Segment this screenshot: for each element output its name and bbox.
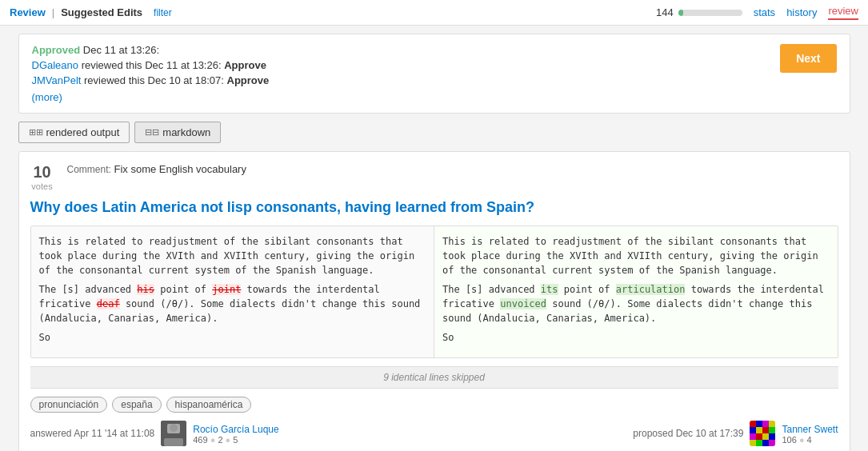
approval-status-line: Approved Dec 11 at 13:26: [32, 44, 270, 56]
author-bronze: 5 [233, 435, 238, 445]
svg-rect-9 [756, 427, 762, 433]
svg-rect-17 [756, 440, 762, 446]
author-avatar-img [161, 421, 186, 446]
meta-left: answered Apr 11 '14 at 11:08 Rocío Garcí… [30, 421, 279, 446]
tag-hispanoamerica[interactable]: hispanoamérica [166, 397, 252, 413]
svg-rect-19 [769, 440, 775, 446]
progress-section: 144 [656, 6, 742, 18]
add-unvoiced: unvoiced [500, 298, 546, 309]
progress-bar-fill [678, 10, 683, 16]
svg-rect-13 [756, 433, 762, 440]
page-title: Suggested Edits [61, 6, 142, 18]
diff-panel-left: This is related to readjustment of the s… [31, 226, 435, 357]
diff-panel-right: This is related to readjustment of the s… [434, 226, 838, 357]
review-panel: 10 votes Comment: Fix some English vocab… [18, 151, 850, 451]
svg-rect-15 [769, 433, 775, 440]
tab-rendered-output[interactable]: ⊞⊞ rendered output [18, 122, 130, 143]
reviewer-2-action: Approve [227, 74, 270, 86]
tab-markdown-label: markdown [162, 126, 210, 138]
comment-text: Fix some English vocabulary [114, 163, 246, 175]
meta-right: proposed Dec 10 at 17:39 [633, 421, 838, 446]
top-navigation: Review | Suggested Edits filter 144 stat… [0, 0, 868, 26]
svg-point-2 [170, 424, 178, 432]
rendered-icon: ⊞⊞ [29, 127, 43, 138]
history-link[interactable]: history [786, 6, 817, 18]
vote-comment-row: 10 votes Comment: Fix some English vocab… [30, 163, 838, 191]
author-reputation: 469 [193, 435, 207, 445]
svg-rect-4 [750, 421, 756, 427]
svg-rect-12 [750, 433, 756, 440]
reviewer-line-2: JMVanPelt reviewed this Dec 10 at 18:07:… [32, 74, 270, 86]
proposer-name-link[interactable]: Tanner Swett [782, 424, 838, 435]
right-para-2: The [s] advanced its point of articulati… [442, 282, 830, 325]
answered-date: answered Apr 11 '14 at 11:08 [30, 428, 155, 439]
progress-bar [678, 10, 742, 16]
skipped-label: 9 identical lines skipped [383, 372, 485, 383]
question-title[interactable]: Why does Latin America not lisp consonan… [30, 199, 838, 216]
svg-rect-14 [762, 433, 769, 440]
svg-rect-7 [769, 421, 775, 427]
filter-link[interactable]: filter [154, 7, 172, 18]
proposer-info: Tanner Swett 106 ● 4 [782, 423, 838, 445]
svg-rect-11 [769, 427, 775, 433]
svg-rect-18 [762, 440, 769, 446]
more-link[interactable]: (more) [32, 91, 270, 103]
left-so: So [39, 330, 426, 345]
comment-section: Comment: Fix some English vocabulary [67, 163, 838, 175]
meta-footer: answered Apr 11 '14 at 11:08 Rocío Garcí… [30, 421, 838, 446]
nav-left: Review | Suggested Edits filter [10, 6, 172, 18]
svg-rect-3 [164, 438, 183, 446]
proposer-avatar-svg [750, 421, 775, 446]
add-its: its [541, 284, 558, 295]
svg-rect-8 [750, 427, 756, 433]
add-articulation: articulation [616, 284, 686, 295]
reviewer-2-link[interactable]: JMVanPelt [32, 74, 82, 86]
diff-container: This is related to readjustment of the s… [30, 226, 838, 358]
author-avatar [161, 421, 186, 446]
del-his: his [137, 284, 154, 295]
del-deaf: deaf [97, 298, 120, 309]
reviewer-1-link[interactable]: DGaleano [32, 59, 79, 71]
vote-count: 10 [30, 163, 54, 182]
reviewer-2-text: reviewed this Dec 10 at 18:07: [84, 74, 227, 86]
svg-rect-10 [762, 427, 769, 433]
proposer-reputation: 106 [782, 435, 796, 445]
svg-rect-5 [756, 421, 762, 427]
next-button[interactable]: Next [780, 44, 836, 73]
svg-rect-6 [762, 421, 769, 427]
nav-right: 144 stats history review [656, 5, 858, 20]
stats-link[interactable]: stats [754, 6, 775, 18]
author-silver: 2 [218, 435, 222, 445]
main-content: Approved Dec 11 at 13:26: DGaleano revie… [10, 34, 858, 451]
vote-box: 10 votes [30, 163, 54, 191]
nav-separator: | [52, 6, 54, 18]
skipped-lines-row: 9 identical lines skipped [30, 366, 838, 389]
author-name-link[interactable]: Rocío García Luque [193, 424, 278, 435]
reviewer-line-1: DGaleano reviewed this Dec 11 at 13:26: … [32, 59, 270, 71]
progress-count: 144 [656, 6, 674, 18]
left-para-1: This is related to readjustment of the s… [39, 234, 426, 277]
author-stats: 469 ● 2 ● 5 [193, 435, 278, 445]
review-nav-link[interactable]: Review [10, 6, 46, 18]
tabs-row: ⊞⊞ rendered output ⊟⊟ markdown [18, 122, 850, 143]
approval-info: Approved Dec 11 at 13:26: DGaleano revie… [32, 44, 270, 103]
tab-markdown[interactable]: ⊟⊟ markdown [134, 122, 221, 143]
tab-rendered-label: rendered output [46, 126, 120, 138]
reviewer-1-text: reviewed this Dec 11 at 13:26: [82, 59, 225, 71]
reviewer-1-action: Approve [224, 59, 266, 71]
proposed-date: proposed Dec 10 at 17:39 [633, 428, 743, 439]
tag-espana[interactable]: españa [112, 397, 161, 413]
proposer-bronze: 4 [807, 435, 812, 445]
approval-date: Dec 11 at 13:26: [83, 44, 159, 56]
tags-row: pronunciación españa hispanoamérica [30, 397, 838, 413]
vote-label: votes [30, 182, 54, 191]
svg-rect-16 [750, 440, 756, 446]
review-tab-link[interactable]: review [828, 5, 858, 20]
left-para-2: The [s] advanced his point of joint towa… [39, 282, 426, 325]
del-joint: joint [212, 284, 241, 295]
comment-label: Comment: [67, 164, 111, 175]
right-so: So [442, 330, 830, 345]
author-avatar-svg [161, 421, 186, 446]
proposer-avatar [750, 421, 775, 446]
tag-pronunciacion[interactable]: pronunciación [30, 397, 108, 413]
